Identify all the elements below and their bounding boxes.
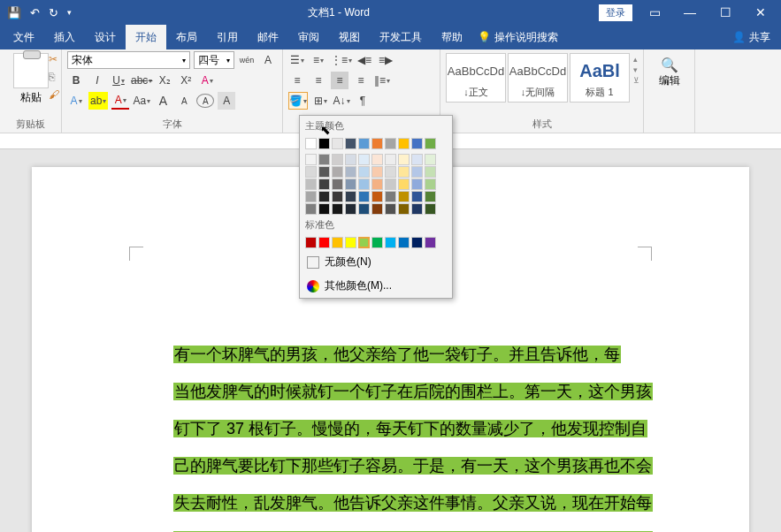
login-button[interactable]: 登录 bbox=[599, 4, 632, 21]
color-swatch[interactable] bbox=[371, 138, 383, 149]
color-swatch[interactable] bbox=[358, 191, 370, 202]
color-swatch[interactable] bbox=[398, 154, 410, 165]
color-swatch[interactable] bbox=[345, 237, 356, 248]
color-swatch[interactable] bbox=[385, 166, 396, 178]
color-swatch[interactable] bbox=[305, 237, 317, 248]
color-swatch[interactable] bbox=[345, 203, 356, 215]
color-swatch[interactable] bbox=[358, 154, 370, 165]
text-effect-button[interactable]: A bbox=[67, 92, 85, 110]
color-swatch[interactable] bbox=[371, 191, 383, 202]
edit-button[interactable]: 编辑 bbox=[649, 73, 689, 88]
highlighted-text[interactable]: 当他发脾气的时候就钉一个钉子在后院的围栏上。第一天，这个男孩 bbox=[173, 383, 653, 400]
tab-视图[interactable]: 视图 bbox=[329, 25, 370, 49]
color-swatch[interactable] bbox=[332, 203, 343, 215]
color-swatch[interactable] bbox=[425, 154, 436, 165]
color-swatch[interactable] bbox=[398, 203, 410, 215]
color-swatch[interactable] bbox=[345, 191, 356, 202]
format-painter-icon[interactable]: 🖌 bbox=[49, 88, 59, 101]
color-swatch[interactable] bbox=[398, 138, 410, 149]
shrink-font-button[interactable]: A bbox=[175, 92, 193, 110]
color-swatch[interactable] bbox=[385, 138, 396, 149]
copy-icon[interactable]: ⎘ bbox=[49, 71, 59, 83]
color-swatch[interactable] bbox=[358, 179, 370, 190]
underline-button[interactable]: U bbox=[110, 72, 127, 89]
color-swatch[interactable] bbox=[318, 179, 330, 190]
color-swatch[interactable] bbox=[318, 191, 330, 202]
color-swatch[interactable] bbox=[305, 138, 317, 149]
color-swatch[interactable] bbox=[358, 237, 370, 248]
color-swatch[interactable] bbox=[411, 237, 423, 248]
borders-button[interactable]: ⊞ bbox=[311, 92, 329, 110]
color-swatch[interactable] bbox=[305, 154, 317, 165]
tab-开发工具[interactable]: 开发工具 bbox=[370, 25, 432, 49]
maximize-icon[interactable]: ☐ bbox=[712, 5, 739, 19]
share-button[interactable]: 共享 bbox=[749, 30, 770, 45]
color-swatch[interactable] bbox=[398, 166, 410, 178]
color-swatch[interactable] bbox=[305, 203, 317, 215]
find-icon[interactable]: 🔍 bbox=[661, 57, 678, 72]
italic-button[interactable]: I bbox=[88, 72, 106, 89]
color-swatch[interactable] bbox=[332, 138, 343, 149]
line-spacing-button[interactable]: ‖≡ bbox=[373, 72, 391, 89]
highlighted-text[interactable]: 钉下了 37 根钉子。慢慢的，每天钉下的数量减少了，他发现控制自 bbox=[173, 420, 647, 437]
tab-文件[interactable]: 文件 bbox=[4, 25, 44, 49]
paste-icon[interactable] bbox=[13, 53, 49, 88]
cut-icon[interactable]: ✂ bbox=[49, 53, 59, 65]
color-swatch[interactable] bbox=[385, 203, 396, 215]
color-swatch[interactable] bbox=[371, 166, 383, 178]
font-color-button[interactable]: A bbox=[111, 92, 129, 110]
color-swatch[interactable] bbox=[318, 166, 330, 178]
doc-body[interactable]: 有一个坏脾气的男孩，他父亲给了他一袋钉子。并且告诉他，每当他发脾气的时候就钉一个… bbox=[173, 337, 696, 532]
tab-设计[interactable]: 设计 bbox=[85, 25, 126, 49]
bullets-button[interactable]: ☰ bbox=[288, 51, 306, 69]
color-swatch[interactable] bbox=[411, 138, 423, 149]
color-swatch[interactable] bbox=[411, 179, 423, 190]
tab-开始[interactable]: 开始 bbox=[126, 25, 166, 49]
tab-插入[interactable]: 插入 bbox=[44, 25, 85, 49]
color-swatch[interactable] bbox=[332, 237, 343, 248]
styles-down-icon[interactable]: ▾ bbox=[633, 65, 639, 74]
no-color-item[interactable]: 无颜色(N) bbox=[300, 250, 452, 274]
color-swatch[interactable] bbox=[358, 203, 370, 215]
color-swatch[interactable] bbox=[345, 154, 356, 165]
color-swatch[interactable] bbox=[305, 191, 317, 202]
color-swatch[interactable] bbox=[332, 179, 343, 190]
color-swatch[interactable] bbox=[358, 138, 370, 149]
color-swatch[interactable] bbox=[371, 179, 383, 190]
redo-icon[interactable]: ↻ bbox=[49, 6, 58, 19]
color-swatch[interactable] bbox=[425, 179, 436, 190]
more-colors-item[interactable]: 其他颜色(M)... bbox=[300, 274, 452, 298]
align-right-button[interactable]: ≡ bbox=[331, 72, 348, 89]
tab-邮件[interactable]: 邮件 bbox=[248, 25, 288, 49]
undo-icon[interactable]: ↶ bbox=[30, 6, 40, 19]
clear-format-icon[interactable]: A bbox=[198, 72, 216, 89]
superscript-button[interactable]: X² bbox=[177, 72, 195, 89]
color-swatch[interactable] bbox=[385, 237, 396, 248]
qat-more-icon[interactable]: ▾ bbox=[67, 8, 72, 17]
font-name-select[interactable]: 宋体▾ bbox=[67, 51, 190, 69]
change-case-button[interactable]: Aa bbox=[133, 92, 150, 110]
color-swatch[interactable] bbox=[318, 237, 330, 248]
color-swatch[interactable] bbox=[398, 237, 410, 248]
sort-button[interactable]: A↓ bbox=[333, 92, 350, 110]
numbering-button[interactable]: ≡ bbox=[310, 51, 327, 69]
highlighted-text[interactable]: 失去耐性，乱发脾气。他告诉父亲这件事情。父亲又说，现在开始每 bbox=[173, 494, 653, 512]
color-swatch[interactable] bbox=[425, 166, 436, 178]
color-swatch[interactable] bbox=[358, 166, 370, 178]
color-swatch[interactable] bbox=[385, 191, 396, 202]
close-icon[interactable]: ✕ bbox=[747, 5, 774, 19]
ribbon-options-icon[interactable]: ▭ bbox=[641, 5, 668, 19]
color-swatch[interactable] bbox=[411, 191, 423, 202]
styles-up-icon[interactable]: ▴ bbox=[633, 55, 639, 64]
color-swatch[interactable] bbox=[425, 138, 436, 149]
color-swatch[interactable] bbox=[305, 166, 317, 178]
style-↓无间隔[interactable]: AaBbCcDd↓无间隔 bbox=[508, 53, 568, 103]
strikethrough-button[interactable]: abc bbox=[131, 72, 152, 89]
color-swatch[interactable] bbox=[398, 179, 410, 190]
highlight-button[interactable]: ab bbox=[88, 92, 108, 110]
style-标题 1[interactable]: AaBl标题 1 bbox=[570, 53, 630, 103]
color-swatch[interactable] bbox=[371, 154, 383, 165]
color-swatch[interactable] bbox=[385, 154, 396, 165]
grow-font-button[interactable]: A bbox=[154, 92, 172, 110]
color-swatch[interactable] bbox=[345, 138, 356, 149]
